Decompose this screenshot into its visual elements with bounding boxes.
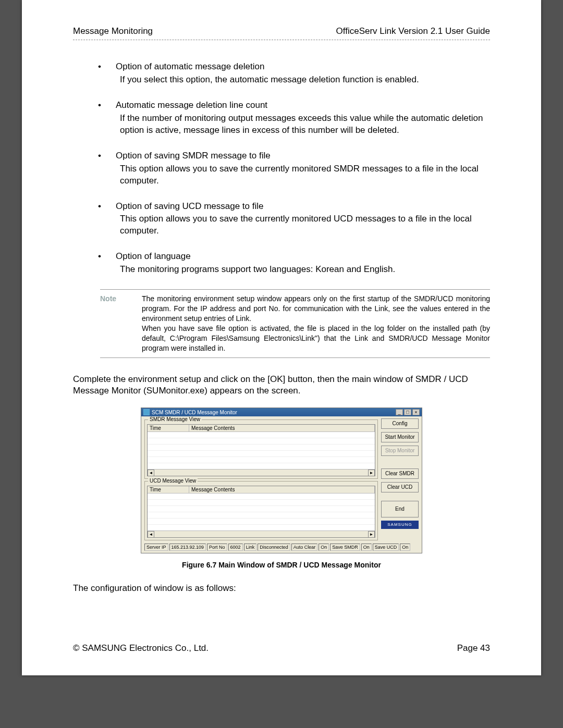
- table-row: [148, 519, 375, 525]
- col-time[interactable]: Time: [148, 425, 189, 431]
- end-button[interactable]: End: [381, 501, 419, 517]
- figure: SCM SMDR / UCD Message Monitor _ □ × SMD…: [73, 408, 490, 569]
- status-port: 6002: [228, 544, 243, 551]
- app-icon: [143, 409, 150, 415]
- bullet-desc: This option allows you to save the curre…: [116, 163, 490, 187]
- smdr-group-label: SMDR Message View: [148, 416, 202, 422]
- window-title: SCM SMDR / UCD Message Monitor: [152, 410, 237, 415]
- clear-ucd-button[interactable]: Clear UCD: [381, 482, 419, 492]
- table-row: [148, 457, 375, 463]
- bullet-dot: •: [98, 61, 116, 86]
- col-message[interactable]: Message Contents: [189, 425, 375, 431]
- bullet-title: Automatic message deletion line count: [116, 100, 490, 112]
- scroll-left-icon[interactable]: ◄: [148, 470, 154, 476]
- bullet-desc: The monitoring programs support two lang…: [116, 264, 490, 276]
- bullet-list: • Option of automatic message deletion I…: [98, 61, 490, 276]
- table-row: [148, 500, 375, 506]
- bullet-dot: •: [98, 251, 116, 276]
- app-window: SCM SMDR / UCD Message Monitor _ □ × SMD…: [141, 408, 422, 553]
- window-titlebar[interactable]: SCM SMDR / UCD Message Monitor _ □ ×: [141, 408, 422, 416]
- table-row: [148, 432, 375, 438]
- header-left: Message Monitoring: [73, 26, 153, 36]
- start-monitor-button[interactable]: Start Monitor: [381, 432, 419, 442]
- maximize-icon[interactable]: □: [404, 409, 411, 415]
- col-time[interactable]: Time: [148, 486, 189, 493]
- config-button[interactable]: Config: [381, 418, 419, 429]
- stop-monitor-button[interactable]: Stop Monitor: [381, 446, 419, 456]
- figure-caption: Figure 6.7 Main Window of SMDR / UCD Mes…: [73, 561, 490, 569]
- bullet-title: Option of language: [116, 251, 490, 263]
- status-autoclear: On: [319, 544, 329, 551]
- table-row: [148, 451, 375, 457]
- page-header: Message Monitoring OfficeServ Link Versi…: [73, 26, 490, 36]
- table-row: [148, 512, 375, 519]
- samsung-logo: SAMSUNG: [381, 521, 419, 529]
- paragraph-after-note: Complete the environment setup and click…: [73, 374, 490, 398]
- status-port-label: Port No: [207, 544, 227, 551]
- table-row: [148, 506, 375, 512]
- ucd-group-label: UCD Message View: [148, 478, 198, 484]
- bullet-desc: If the number of monitoring output messa…: [116, 113, 490, 137]
- scroll-left-icon[interactable]: ◄: [148, 531, 154, 538]
- minimize-icon[interactable]: _: [396, 409, 403, 415]
- footer-right: Page 43: [457, 643, 490, 653]
- note-text: The monitoring environment setup window …: [142, 294, 490, 353]
- scroll-right-icon[interactable]: ►: [368, 470, 375, 476]
- bullet-title: Option of saving SMDR message to file: [116, 150, 490, 162]
- bullet-title: Option of automatic message deletion: [116, 61, 490, 73]
- bullet-desc: If you select this option, the automatic…: [116, 74, 490, 86]
- scrollbar[interactable]: ◄ ►: [148, 530, 375, 537]
- bullet-dot: •: [98, 100, 116, 137]
- status-bar: Server IP 165.213.92.109 Port No 6002 Li…: [144, 542, 419, 551]
- page: Message Monitoring OfficeServ Link Versi…: [22, 0, 541, 675]
- bullet-dot: •: [98, 201, 116, 238]
- bullet-dot: •: [98, 150, 116, 187]
- table-row: [148, 445, 375, 451]
- footer-left: © SAMSUNG Electronics Co., Ltd.: [73, 643, 209, 653]
- header-divider: [73, 40, 490, 40]
- note-label: Note: [100, 294, 142, 353]
- page-footer: © SAMSUNG Electronics Co., Ltd. Page 43: [73, 643, 490, 653]
- header-right: OfficeServ Link Version 2.1 User Guide: [336, 26, 490, 36]
- close-icon[interactable]: ×: [412, 409, 420, 415]
- status-link: Disconnected: [258, 544, 290, 551]
- status-link-label: Link: [244, 544, 257, 551]
- table-row: [148, 438, 375, 445]
- table-row: [148, 493, 375, 500]
- clear-smdr-button[interactable]: Clear SMDR: [381, 468, 419, 479]
- paragraph-after-figure: The configuration of window is as follow…: [73, 583, 490, 595]
- status-savesmdr-label: Save SMDR: [330, 544, 360, 551]
- ucd-group: UCD Message View Time Message Contents: [144, 481, 378, 540]
- ucd-table[interactable]: Time Message Contents: [147, 486, 375, 538]
- status-autoclear-label: Auto Clear: [291, 544, 318, 551]
- note-box: Note The monitoring environment setup wi…: [100, 289, 490, 357]
- smdr-group: SMDR Message View Time Message Contents: [144, 419, 378, 479]
- status-saveucd-label: Save UCD: [373, 544, 399, 551]
- scroll-right-icon[interactable]: ►: [368, 531, 375, 538]
- status-saveucd: On: [400, 544, 410, 551]
- bullet-title: Option of saving UCD message to file: [116, 201, 490, 213]
- col-message[interactable]: Message Contents: [189, 486, 375, 493]
- status-server-ip: 165.213.92.109: [169, 544, 206, 551]
- button-column: Config Start Monitor Stop Monitor Clear …: [381, 418, 419, 542]
- bullet-desc: This option allows you to save the curre…: [116, 213, 490, 237]
- status-server-ip-label: Server IP: [144, 544, 168, 551]
- smdr-table[interactable]: Time Message Contents: [147, 424, 375, 476]
- status-savesmdr: On: [361, 544, 372, 551]
- scrollbar[interactable]: ◄ ►: [148, 469, 375, 476]
